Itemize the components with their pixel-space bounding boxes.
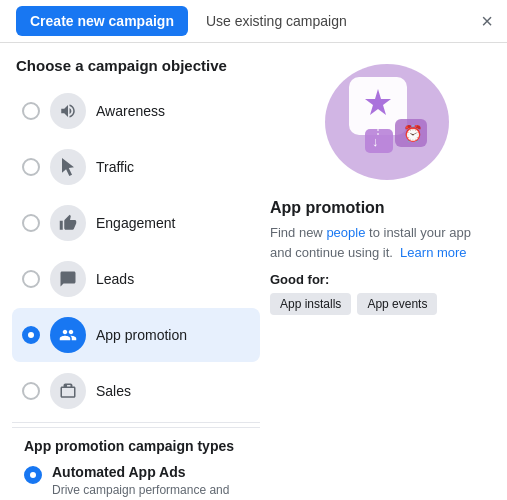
divider xyxy=(12,422,260,423)
badge-list: App installsApp events xyxy=(270,293,493,315)
app-promotion-illustration: ⏰ ↓ xyxy=(307,57,457,187)
campaign-types-section: App promotion campaign types Automated A… xyxy=(12,427,260,500)
obj-label-awareness: Awareness xyxy=(96,103,165,119)
learn-more-link[interactable]: Learn more xyxy=(400,245,466,260)
badge-0: App installs xyxy=(270,293,351,315)
objective-item-leads[interactable]: Leads xyxy=(12,252,260,306)
good-for-label: Good for: xyxy=(270,272,493,287)
type-text-automated: Automated App Ads Drive campaign perform… xyxy=(52,464,248,500)
objective-item-app_promotion[interactable]: App promotion xyxy=(12,308,260,362)
right-panel: ⏰ ↓ App promotion Find new people to ins… xyxy=(260,43,507,500)
info-desc: Find new people to install your app and … xyxy=(270,223,493,262)
type-name-automated: Automated App Ads xyxy=(52,464,248,480)
obj-label-engagement: Engagement xyxy=(96,215,175,231)
close-button[interactable]: × xyxy=(481,11,493,31)
radio-traffic xyxy=(22,158,40,176)
info-desc-pre: Find new xyxy=(270,225,326,240)
info-desc-people-link[interactable]: people xyxy=(326,225,365,240)
obj-label-sales: Sales xyxy=(96,383,131,399)
tab-create-new[interactable]: Create new campaign xyxy=(16,6,188,36)
icon-wrap-awareness xyxy=(50,93,86,129)
objective-item-engagement[interactable]: Engagement xyxy=(12,196,260,250)
icon-wrap-leads xyxy=(50,261,86,297)
svg-rect-5 xyxy=(365,129,393,153)
objective-list: Awareness Traffic Engagement Leads A xyxy=(12,84,260,418)
icon-wrap-app_promotion xyxy=(50,317,86,353)
left-panel: Choose a campaign objective Awareness Tr… xyxy=(0,43,260,500)
svg-text:↓: ↓ xyxy=(372,134,379,149)
type-radio-automated xyxy=(24,466,42,484)
badge-1: App events xyxy=(357,293,437,315)
illustration: ⏰ ↓ xyxy=(270,57,493,187)
info-title: App promotion xyxy=(270,199,493,217)
icon-wrap-engagement xyxy=(50,205,86,241)
type-desc-automated: Drive campaign performance and continue … xyxy=(52,482,248,500)
objective-item-traffic[interactable]: Traffic xyxy=(12,140,260,194)
campaign-types-title: App promotion campaign types xyxy=(24,438,248,454)
obj-label-app_promotion: App promotion xyxy=(96,327,187,343)
radio-leads xyxy=(22,270,40,288)
radio-sales xyxy=(22,382,40,400)
icon-wrap-traffic xyxy=(50,149,86,185)
section-title: Choose a campaign objective xyxy=(12,57,260,74)
header: Create new campaign Use existing campaig… xyxy=(0,0,507,43)
icon-wrap-sales xyxy=(50,373,86,409)
obj-label-leads: Leads xyxy=(96,271,134,287)
radio-app_promotion xyxy=(22,326,40,344)
radio-awareness xyxy=(22,102,40,120)
tab-use-existing[interactable]: Use existing campaign xyxy=(192,6,361,36)
objective-item-sales[interactable]: Sales xyxy=(12,364,260,418)
main-content: Choose a campaign objective Awareness Tr… xyxy=(0,43,507,500)
objective-item-awareness[interactable]: Awareness xyxy=(12,84,260,138)
svg-text:⏰: ⏰ xyxy=(403,124,423,143)
radio-engagement xyxy=(22,214,40,232)
obj-label-traffic: Traffic xyxy=(96,159,134,175)
type-list: Automated App Ads Drive campaign perform… xyxy=(24,464,248,500)
type-item-automated[interactable]: Automated App Ads Drive campaign perform… xyxy=(24,464,248,500)
